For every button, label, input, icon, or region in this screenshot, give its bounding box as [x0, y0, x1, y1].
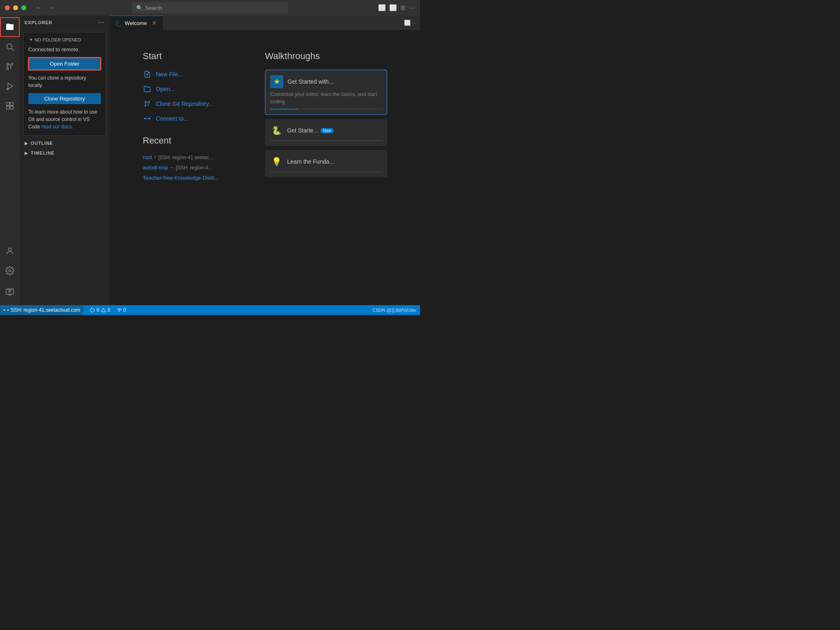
svg-point-18	[9, 291, 11, 292]
connect-icon	[143, 114, 152, 123]
sidebar-item-account[interactable]	[0, 241, 20, 261]
recent-item-root[interactable]: root / [SSH: region-41.seetac...	[143, 154, 249, 160]
app-body: EXPLORER ··· ▼ NO FOLDER OPENED Connecte…	[0, 16, 420, 305]
recent-name-autodl: autodl-tmp	[143, 164, 168, 171]
clone-repository-button[interactable]: Clone Repository	[28, 93, 101, 104]
search-icon	[5, 42, 14, 51]
account-icon	[5, 247, 14, 256]
search-bar[interactable]: 🔍 Search	[132, 2, 288, 14]
walkthrough-progress-1	[270, 109, 382, 110]
traffic-lights	[5, 5, 26, 10]
recent-title: Recent	[143, 135, 249, 146]
star-icon: ★	[270, 75, 283, 88]
no-folder-title: NO FOLDER OPENED	[34, 37, 81, 42]
forward-button[interactable]: →	[46, 3, 57, 12]
svg-point-4	[11, 63, 13, 65]
tab-label: Welcome	[125, 20, 147, 26]
remote-icon	[5, 288, 14, 297]
open-label: Open...	[156, 86, 175, 92]
svg-line-2	[11, 48, 14, 50]
docs-link[interactable]: read our docs	[41, 124, 71, 130]
split-editor-icon[interactable]: ⬜	[389, 4, 397, 11]
docs-text: To learn more about how to use Git and s…	[28, 108, 101, 130]
close-button[interactable]	[5, 5, 10, 10]
back-button[interactable]: ←	[33, 3, 44, 12]
open-folder-button[interactable]: Open Folder	[28, 57, 101, 70]
more-actions-icon[interactable]: ···	[412, 20, 417, 26]
svg-point-8	[7, 89, 9, 90]
walkthrough-title-3: Learn the Funda...	[287, 158, 334, 165]
recent-item-teacher[interactable]: Teacher-free-Knowledge-Distil...	[143, 175, 249, 181]
sidebar-item-settings[interactable]	[0, 261, 20, 281]
svg-point-1	[7, 44, 12, 49]
clone-git-icon	[143, 99, 152, 108]
error-count: 0	[96, 307, 99, 313]
sidebar-title: EXPLORER	[25, 20, 52, 25]
minimize-button[interactable]	[13, 5, 18, 10]
clone-git-link[interactable]: Clone Git Repository...	[143, 99, 249, 108]
new-file-label: New File...	[156, 71, 183, 78]
walkthroughs-title: Walkthroughs	[265, 51, 387, 62]
walkthrough-progress-fill-1	[270, 109, 298, 110]
svg-rect-10	[10, 103, 13, 105]
sidebar-header: EXPLORER ···	[20, 16, 110, 30]
statusbar-ssh[interactable]: SSH: region-41.seetacloud.com	[0, 305, 83, 315]
open-link[interactable]: Open...	[143, 84, 249, 94]
right-text: CSDN @忘知的站ldw	[372, 307, 416, 313]
clone-git-label: Clone Git Repository...	[156, 100, 213, 107]
walkthrough-get-started[interactable]: ★ Get Started with... Customize your edi…	[265, 70, 387, 115]
walkthrough-title-2: Get Starte...	[287, 127, 318, 134]
sidebar-item-search[interactable]	[0, 37, 20, 57]
timeline-label: TIMELINE	[31, 151, 55, 155]
new-file-icon	[143, 70, 152, 79]
split-editor-right-icon[interactable]: ⬜	[404, 20, 411, 26]
tab-welcome[interactable]: ⟩_ Welcome ✕	[110, 16, 163, 30]
maximize-button[interactable]	[21, 5, 26, 10]
chevron-right-icon: ▶	[25, 151, 28, 155]
connect-to-link[interactable]: Connect to...	[143, 114, 249, 123]
sidebar-item-remote[interactable]	[0, 282, 20, 302]
walkthrough-python[interactable]: 🐍 Get Starte... New	[265, 119, 387, 146]
no-folder-section: ▼ NO FOLDER OPENED Connected to remote. …	[23, 32, 106, 136]
walkthrough-progress-2	[270, 140, 382, 141]
recent-section: Recent root / [SSH: region-41.seetac... …	[143, 135, 249, 181]
errors-item[interactable]: 0 0	[90, 307, 110, 313]
titlebar: ← → 🔍 Search ⬜ ⬜ ⊞ ⋯	[0, 0, 420, 16]
sidebar-more-button[interactable]: ···	[98, 19, 105, 26]
svg-point-23	[145, 105, 146, 106]
svg-point-13	[8, 248, 11, 251]
tab-bar: ⟩_ Welcome ✕ ⬜ ···	[110, 16, 420, 30]
svg-rect-11	[7, 106, 9, 109]
recent-name-root: root	[143, 154, 152, 160]
sidebar-item-source-control[interactable]	[0, 57, 20, 76]
start-section: Start New File...	[143, 51, 265, 293]
sidebar-item-run[interactable]	[0, 76, 20, 96]
vscode-icon: ⟩_	[116, 19, 121, 27]
svg-marker-7	[8, 83, 13, 89]
tab-close-button[interactable]: ✕	[152, 20, 157, 26]
panel-layout-icon[interactable]: ⬜	[378, 4, 386, 11]
sidebar-item-extensions[interactable]	[0, 96, 20, 116]
svg-rect-12	[10, 106, 13, 109]
source-control-icon	[5, 62, 14, 71]
error-icon	[90, 308, 95, 313]
recent-item-autodl[interactable]: autodl-tmp ~ [SSH: region-4...	[143, 164, 249, 171]
broadcast-icon	[117, 308, 122, 313]
statusbar-right: CSDN @忘知的站ldw	[372, 307, 416, 313]
recent-sep-root: /	[154, 155, 155, 160]
recent-name-teacher: Teacher-free-Knowledge-Distil...	[143, 175, 219, 181]
docs-suffix: .	[71, 124, 73, 130]
sidebar-item-explorer[interactable]	[0, 17, 20, 37]
customize-layout-icon[interactable]: ⊞	[400, 4, 406, 11]
walkthrough-fundamentals[interactable]: 💡 Learn the Funda...	[265, 150, 387, 177]
new-file-link[interactable]: New File...	[143, 70, 249, 79]
tab-bar-right: ⬜ ···	[404, 16, 420, 30]
remote-item[interactable]: 0	[117, 307, 126, 313]
outline-section[interactable]: ▶ OUTLINE	[20, 138, 110, 148]
recent-sep-autodl: ~	[170, 165, 173, 171]
search-icon: 🔍	[136, 5, 143, 11]
more-icon[interactable]: ⋯	[409, 4, 415, 11]
walkthrough-header-1: ★ Get Started with...	[270, 75, 382, 88]
timeline-section[interactable]: ▶ TIMELINE	[20, 148, 110, 158]
titlebar-right: ⬜ ⬜ ⊞ ⋯	[378, 4, 415, 11]
